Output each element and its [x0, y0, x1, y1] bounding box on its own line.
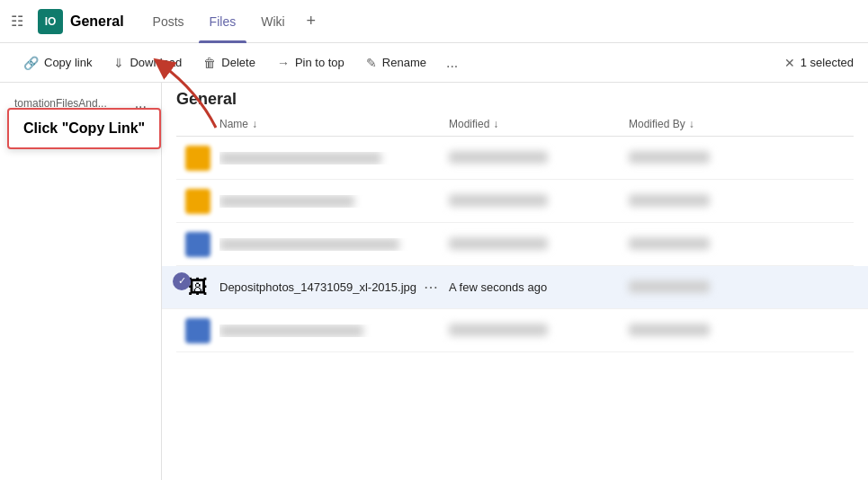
file-more-button[interactable]: ⋯ [424, 279, 438, 296]
top-nav: ☷ IO General Posts Files Wiki + [0, 0, 868, 43]
table-row-selected[interactable]: ✓ 🖼 Depositphotos_14731059_xl-2015.jpg ⋯… [162, 266, 868, 309]
toolbar-right: ✕ 1 selected [784, 56, 854, 70]
file-name: Depositphotos_14731059_xl-2015.jpg [219, 280, 416, 294]
callout-box: Click "Copy Link" [7, 108, 161, 149]
nav-tabs: Posts Files Wiki + [142, 0, 324, 42]
filter-icon[interactable]: ☷ [11, 13, 23, 30]
delete-button[interactable]: 🗑 Delete [194, 50, 264, 76]
rename-button[interactable]: ✎ Rename [357, 50, 435, 76]
download-icon: ⇓ [113, 56, 124, 70]
modified-cell [449, 237, 629, 251]
file-icon [185, 318, 210, 343]
add-tab-button[interactable]: + [300, 12, 324, 31]
file-name-cell [219, 324, 449, 337]
file-icon-cell [176, 146, 219, 171]
file-icon [185, 232, 210, 257]
file-name-blurred [219, 152, 381, 164]
pin-to-top-button[interactable]: → Pin to top [268, 50, 353, 76]
modified-by-column-header[interactable]: Modified By ↓ [629, 118, 809, 130]
file-icon-cell [176, 318, 219, 343]
modified-by-cell [629, 324, 809, 337]
download-button[interactable]: ⇓ Download [104, 50, 191, 76]
delete-icon: 🗑 [203, 56, 216, 70]
deselect-button[interactable]: ✕ [784, 56, 795, 70]
content-title: General [162, 83, 868, 112]
image-file-icon: 🖼 [188, 276, 208, 299]
rename-icon: ✎ [366, 56, 377, 70]
modified-cell [449, 194, 629, 208]
table-row[interactable] [176, 180, 854, 223]
table-row[interactable] [176, 223, 854, 266]
team-name: General [70, 13, 124, 30]
file-icon-cell [176, 189, 219, 214]
modified-cell [449, 324, 629, 337]
table-row[interactable] [176, 309, 854, 352]
file-name-cell-selected: Depositphotos_14731059_xl-2015.jpg ⋯ [219, 279, 449, 296]
modified-column-header[interactable]: Modified ↓ [449, 118, 629, 130]
name-column-header[interactable]: Name ↓ [219, 118, 449, 130]
copy-link-icon: 🔗 [23, 56, 39, 70]
selected-count: ✕ 1 selected [784, 56, 854, 70]
selected-checkmark: ✓ [173, 272, 191, 290]
file-name-cell [219, 195, 449, 208]
modified-by-cell [629, 151, 809, 164]
tab-posts[interactable]: Posts [142, 0, 195, 43]
tab-wiki[interactable]: Wiki [250, 0, 295, 43]
modified-date: A few seconds ago [449, 280, 629, 294]
modified-by-cell [629, 194, 809, 208]
file-name-cell [219, 152, 449, 164]
modified-by-cell-selected [629, 280, 809, 294]
toolbar: 🔗 Copy link ⇓ Download 🗑 Delete → Pin to… [0, 43, 868, 83]
folder-icon [185, 189, 210, 214]
copy-link-button[interactable]: 🔗 Copy link [14, 50, 101, 76]
folder-icon [185, 146, 210, 171]
tab-files[interactable]: Files [199, 0, 247, 43]
toolbar-more-button[interactable]: ... [439, 49, 465, 76]
modified-by-sort-icon: ↓ [689, 118, 694, 130]
modified-sort-icon: ↓ [493, 118, 498, 130]
file-icon-cell-selected: ✓ 🖼 [176, 276, 219, 299]
team-avatar: IO [38, 9, 63, 34]
pin-icon: → [277, 56, 290, 70]
file-icon-cell [176, 232, 219, 257]
name-sort-icon: ↓ [252, 118, 257, 130]
table-row[interactable] [176, 137, 854, 180]
modified-by-cell [629, 237, 809, 251]
table-header: Name ↓ Modified ↓ Modified By ↓ [176, 112, 854, 137]
modified-cell [449, 151, 629, 164]
file-name-cell [219, 238, 449, 251]
file-list: General Name ↓ Modified ↓ Modified By ↓ [162, 83, 868, 480]
